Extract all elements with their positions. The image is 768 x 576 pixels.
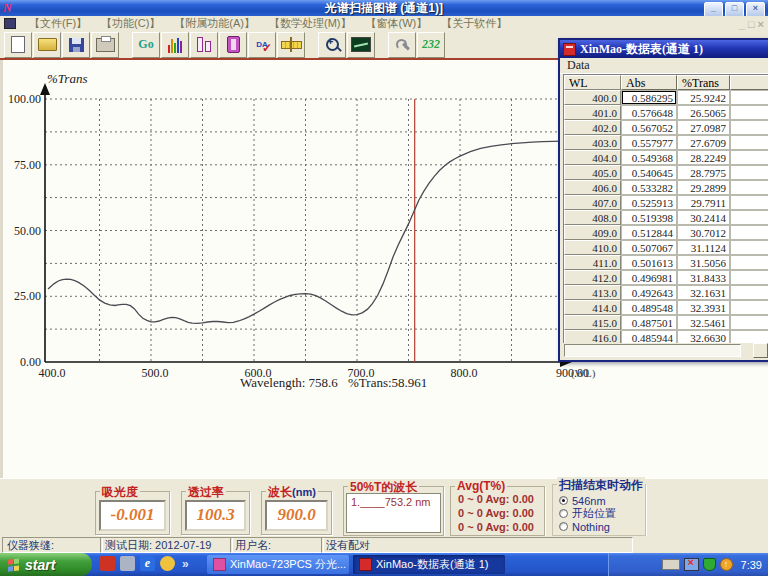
rs232-button[interactable]: 232 (417, 32, 445, 58)
table-row[interactable]: 403.00.55797727.6709 (564, 135, 768, 150)
internet-explorer-icon[interactable]: e (140, 556, 155, 571)
trans-cell[interactable]: 32.3931 (677, 300, 730, 315)
table-row[interactable]: 414.00.48954832.3931 (564, 300, 768, 315)
menu-auxiliary[interactable]: 【附属功能(A)】 (167, 16, 262, 31)
quicklaunch-app4-icon[interactable] (160, 556, 175, 571)
taskbar-button-data-table[interactable]: XinMao-数据表(通道 1) (353, 555, 505, 574)
wl-cell[interactable]: 403.0 (564, 135, 621, 150)
trans-cell[interactable]: 29.2899 (677, 180, 730, 195)
column-header-abs[interactable]: Abs (621, 75, 677, 90)
trans-cell[interactable]: 29.7911 (677, 195, 730, 210)
print-button[interactable] (91, 32, 119, 58)
table-row[interactable]: 415.00.48750132.5461 (564, 315, 768, 330)
abs-cell[interactable]: 0.512844 (621, 225, 677, 240)
trans-cell[interactable]: 31.5056 (677, 255, 730, 270)
wl-cell[interactable]: 410.0 (564, 240, 621, 255)
wl-cell[interactable]: 402.0 (564, 120, 621, 135)
color-bars-button[interactable] (161, 32, 189, 58)
table-row[interactable]: 408.00.51939830.2414 (564, 210, 768, 225)
wl-cell[interactable]: 412.0 (564, 270, 621, 285)
radio-nothing[interactable]: Nothing (559, 520, 616, 533)
settings-button[interactable] (388, 32, 416, 58)
wl-cell[interactable]: 408.0 (564, 210, 621, 225)
open-file-button[interactable] (33, 32, 61, 58)
trans-cell[interactable]: 30.7012 (677, 225, 730, 240)
wl-cell[interactable]: 413.0 (564, 285, 621, 300)
wl-cell[interactable]: 411.0 (564, 255, 621, 270)
graph-display-button[interactable] (347, 32, 375, 58)
abs-cell[interactable]: 0.576648 (621, 105, 677, 120)
quicklaunch-app1-icon[interactable] (100, 556, 115, 571)
abs-cell[interactable]: 0.496981 (621, 270, 677, 285)
menu-about[interactable]: 【关于软件】 (434, 16, 514, 31)
menu-file[interactable]: 【文件(F)】 (22, 16, 94, 31)
purple-bars-button[interactable] (190, 32, 218, 58)
wl-cell[interactable]: 405.0 (564, 165, 621, 180)
abs-cell[interactable]: 0.489548 (621, 300, 677, 315)
da-check-button[interactable]: DA✓ (248, 32, 276, 58)
trans-cell[interactable]: 28.7975 (677, 165, 730, 180)
trans-cell[interactable]: 28.2249 (677, 150, 730, 165)
new-file-button[interactable] (4, 32, 32, 58)
table-row[interactable]: 401.00.57664826.5065 (564, 105, 768, 120)
table-row[interactable]: 409.00.51284430.7012 (564, 225, 768, 240)
security-shield-tray-icon[interactable] (703, 558, 716, 571)
abs-cell[interactable]: 0.567052 (621, 120, 677, 135)
abs-cell[interactable]: 0.525913 (621, 195, 677, 210)
quicklaunch-app2-icon[interactable] (120, 556, 135, 571)
abs-cell[interactable]: 0.557977 (621, 135, 677, 150)
restore-button[interactable]: □ (725, 2, 744, 17)
table-row[interactable]: 412.00.49698131.8433 (564, 270, 768, 285)
trans-cell[interactable]: 27.6709 (677, 135, 730, 150)
table-row[interactable]: 405.00.54064528.7975 (564, 165, 768, 180)
table-row[interactable]: 406.00.53328229.2899 (564, 180, 768, 195)
abs-cell[interactable]: 0.586295 (621, 90, 677, 105)
hscroll-track[interactable] (564, 344, 741, 357)
mdi-child-buttons[interactable]: _□× (739, 18, 764, 30)
data-window-titlebar[interactable]: XinMao-数据表(通道 1) (560, 40, 768, 58)
trans-cell[interactable]: 27.0987 (677, 120, 730, 135)
abs-cell[interactable]: 0.487501 (621, 315, 677, 330)
table-row[interactable]: 404.00.54936828.2249 (564, 150, 768, 165)
trans-cell[interactable]: 31.1124 (677, 240, 730, 255)
abs-cell[interactable]: 0.549368 (621, 150, 677, 165)
trans-cell[interactable]: 25.9242 (677, 90, 730, 105)
abs-cell[interactable]: 0.540645 (621, 165, 677, 180)
trans-cell[interactable]: 32.1631 (677, 285, 730, 300)
start-button[interactable]: start (0, 553, 92, 576)
wl-cell[interactable]: 415.0 (564, 315, 621, 330)
trans-cell[interactable]: 30.2414 (677, 210, 730, 225)
menu-window[interactable]: 【窗体(W)】 (359, 16, 435, 31)
column-header-wl[interactable]: WL (564, 75, 621, 90)
quicklaunch-overflow-chevron[interactable]: » (182, 557, 189, 571)
zoom-button[interactable] (318, 32, 346, 58)
wl-cell[interactable]: 406.0 (564, 180, 621, 195)
taskbar-button-main-app[interactable]: XinMao-723PCS 分光... (207, 555, 349, 574)
abs-cell[interactable]: 0.492643 (621, 285, 677, 300)
close-button[interactable]: × (746, 2, 765, 17)
table-row[interactable]: 400.00.58629525.9242 (564, 90, 768, 105)
table-row[interactable]: 407.00.52591329.7911 (564, 195, 768, 210)
minimize-button[interactable]: _ (704, 2, 723, 17)
wl-cell[interactable]: 400.0 (564, 90, 621, 105)
save-button[interactable] (62, 32, 90, 58)
abs-cell[interactable]: 0.519398 (621, 210, 677, 225)
trans-cell[interactable]: 32.5461 (677, 315, 730, 330)
wl-cell[interactable]: 404.0 (564, 150, 621, 165)
wl-cell[interactable]: 401.0 (564, 105, 621, 120)
column-header-trans[interactable]: %Trans (677, 75, 730, 90)
menu-math[interactable]: 【数学处理(M)】 (262, 16, 359, 31)
wl-cell[interactable]: 409.0 (564, 225, 621, 240)
table-row[interactable]: 411.00.50161331.5056 (564, 255, 768, 270)
update-tray-icon[interactable]: ↑ (720, 558, 733, 571)
table-row[interactable]: 413.00.49264332.1631 (564, 285, 768, 300)
wl-cell[interactable]: 414.0 (564, 300, 621, 315)
hscroll-button[interactable] (753, 343, 768, 358)
abs-cell[interactable]: 0.501613 (621, 255, 677, 270)
go-scan-button[interactable]: Go (132, 32, 160, 58)
data-grid-hscrollbar[interactable] (563, 343, 768, 357)
keyboard-tray-icon[interactable] (662, 559, 680, 570)
network-error-tray-icon[interactable] (684, 558, 699, 571)
data-menu-item[interactable]: Data (567, 58, 590, 73)
ruler-button[interactable] (277, 32, 305, 58)
